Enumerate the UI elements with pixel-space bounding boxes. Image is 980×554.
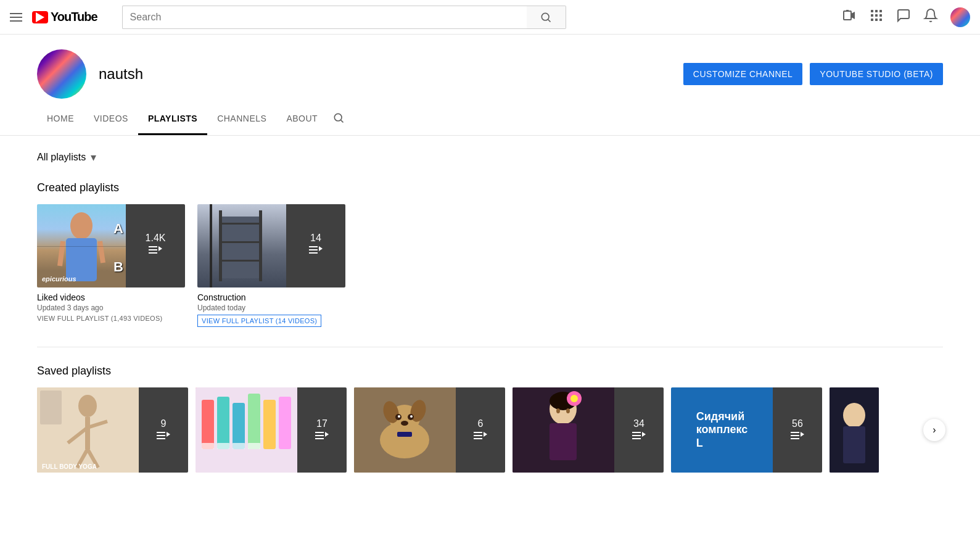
saved-playlist-row: 9 FULL BODY YOGA	[37, 387, 943, 473]
construction-updated: Updated today	[197, 304, 345, 312]
svg-point-71	[410, 415, 413, 418]
construction-playlist-link[interactable]: VIEW FULL PLAYLIST (14 VIDEOS)	[197, 315, 321, 327]
youtube-logo[interactable]: YouTube	[32, 10, 97, 24]
svg-point-72	[401, 421, 408, 426]
svg-point-85	[566, 408, 570, 413]
customize-channel-button[interactable]: CUSTOMIZE CHANNEL	[683, 63, 802, 85]
svg-rect-28	[219, 223, 262, 225]
svg-rect-9	[871, 14, 873, 17]
svg-line-1	[548, 19, 551, 22]
tab-playlists[interactable]: PLAYLISTS	[138, 104, 207, 135]
channel-avatar[interactable]	[37, 49, 86, 99]
svg-rect-49	[202, 400, 214, 449]
create-video-icon[interactable]	[842, 8, 857, 26]
channel-actions: CUSTOMIZE CHANNEL YOUTUBE STUDIO (BETA)	[683, 63, 943, 85]
svg-rect-29	[219, 241, 262, 243]
svg-rect-96	[843, 426, 865, 463]
svg-rect-12	[871, 19, 873, 21]
svg-rect-34	[309, 252, 318, 254]
svg-rect-21	[149, 246, 157, 247]
playlist-card-liked[interactable]: 1.4K	[37, 204, 185, 327]
tab-about[interactable]: ABOUT	[276, 104, 327, 135]
svg-rect-74	[474, 432, 482, 433]
svg-rect-2	[844, 11, 851, 20]
liked-playlist-link[interactable]: VIEW FULL PLAYLIST (1,493 VIDEOS)	[37, 315, 185, 322]
filter-label: All playlists	[37, 152, 86, 163]
svg-point-95	[843, 403, 865, 428]
filter-row: All playlists ▾	[37, 151, 943, 164]
svg-rect-6	[871, 10, 873, 12]
svg-point-15	[334, 114, 342, 121]
svg-marker-35	[319, 246, 323, 251]
tab-channels[interactable]: CHANNELS	[207, 104, 276, 135]
svg-rect-13	[875, 19, 878, 21]
filter-chevron-icon[interactable]: ▾	[91, 151, 96, 164]
playlist-card-construction[interactable]: 14 Construction Updated today VI	[197, 204, 345, 327]
svg-line-19	[60, 241, 63, 266]
svg-rect-60	[315, 435, 324, 436]
youtube-studio-button[interactable]: YOUTUBE STUDIO (BETA)	[810, 63, 943, 85]
svg-rect-83	[550, 423, 577, 460]
svg-rect-31	[210, 204, 212, 287]
channel-search-icon[interactable]	[332, 112, 345, 127]
svg-rect-59	[315, 432, 324, 433]
svg-rect-58	[248, 443, 260, 449]
svg-rect-10	[875, 14, 878, 17]
header: YouTube	[0, 0, 980, 35]
channel-info: nautsh	[37, 49, 143, 99]
svg-marker-62	[325, 432, 329, 437]
svg-rect-43	[40, 391, 62, 424]
apps-icon[interactable]	[869, 8, 884, 26]
construction-list-icon	[309, 246, 323, 259]
svg-rect-46	[157, 438, 165, 439]
svg-rect-53	[263, 400, 276, 449]
svg-marker-47	[167, 432, 170, 437]
avatar[interactable]	[950, 7, 970, 27]
saved-card-watercolor[interactable]: 17	[196, 387, 347, 473]
created-playlist-row: 1.4K	[37, 204, 943, 327]
notifications-bell-icon[interactable]	[923, 8, 938, 26]
svg-rect-23	[149, 252, 157, 254]
svg-rect-27	[259, 210, 262, 281]
saved-playlists-title: Saved playlists	[37, 365, 943, 378]
saved-card-dog[interactable]: 6	[354, 387, 505, 473]
svg-rect-92	[791, 438, 799, 439]
next-saved-playlist-button[interactable]: ›	[923, 419, 945, 441]
construction-thumb: 14	[197, 204, 345, 287]
search-bar	[122, 6, 566, 29]
svg-rect-44	[157, 432, 165, 433]
svg-rect-14	[879, 19, 882, 21]
svg-point-82	[570, 395, 578, 402]
saved-card-woman[interactable]: 34	[513, 387, 664, 473]
russian-text: СидячийкомплексL	[696, 410, 748, 450]
hamburger-menu-icon[interactable]	[10, 13, 22, 22]
svg-rect-57	[233, 443, 245, 449]
svg-rect-86	[632, 432, 641, 433]
saved-card-russian[interactable]: СидячийкомплексL 56	[671, 387, 822, 473]
liked-updated: Updated 3 days ago	[37, 304, 185, 312]
saved-card-yoga[interactable]: 9 FULL BODY YOGA	[37, 387, 188, 473]
messages-icon[interactable]	[896, 8, 911, 26]
svg-line-20	[100, 241, 103, 263]
section-divider	[37, 347, 943, 347]
channel-header: nautsh CUSTOMIZE CHANNEL YOUTUBE STUDIO …	[0, 35, 980, 99]
yt-logo-bg	[32, 11, 48, 23]
svg-rect-88	[632, 438, 641, 439]
svg-marker-24	[159, 246, 162, 251]
tab-home[interactable]: HOME	[37, 104, 84, 135]
saved-card-dark[interactable]	[830, 387, 879, 473]
svg-rect-25	[222, 217, 259, 278]
svg-line-16	[341, 120, 344, 123]
yt-play-icon	[36, 12, 44, 22]
svg-rect-76	[474, 438, 482, 439]
liked-videos-title: Liked videos	[37, 292, 185, 302]
search-input-wrap	[122, 6, 527, 29]
svg-rect-22	[149, 249, 157, 250]
svg-point-17	[70, 212, 93, 239]
tab-videos[interactable]: VIDEOS	[84, 104, 138, 135]
playlist-list-icon	[149, 246, 162, 259]
svg-rect-55	[202, 443, 214, 449]
search-button[interactable]	[527, 6, 566, 29]
search-input[interactable]	[130, 12, 519, 23]
svg-rect-26	[219, 210, 222, 281]
